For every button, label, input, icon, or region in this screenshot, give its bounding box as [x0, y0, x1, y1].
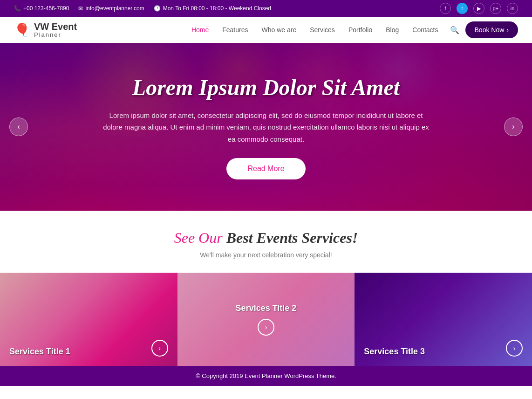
brand-sub: Planner — [34, 32, 77, 38]
clock-icon: 🕐 — [154, 5, 161, 12]
hero-title: Lorem Ipsum Dolor Sit Amet — [101, 75, 431, 100]
services-heading: See Our Best Events Services! — [14, 229, 518, 247]
book-now-button[interactable]: Book Now › — [465, 21, 518, 38]
services-section: See Our Best Events Services! We'll make… — [0, 211, 532, 366]
card1-arrow[interactable]: › — [151, 340, 168, 357]
hours-item: 🕐 Mon To Fri 08:00 - 18:00 - Weekend Clo… — [154, 5, 271, 12]
phone-item: 📞 +00 123-456-7890 — [14, 5, 69, 12]
top-bar-left: 📞 +00 123-456-7890 ✉ info@eventplanner.c… — [14, 5, 271, 12]
card3-arrow[interactable]: › — [506, 340, 523, 357]
service-card-2[interactable]: Services Title 2 › — [177, 273, 355, 366]
search-icon[interactable]: 🔍 — [446, 22, 463, 38]
service-card-3[interactable]: Services Title 3 › — [355, 273, 532, 366]
nav-home[interactable]: Home — [186, 22, 214, 37]
card2-arrow[interactable]: › — [258, 319, 274, 336]
services-subtitle: We'll make your next celebration very sp… — [14, 251, 518, 259]
twitter-icon[interactable]: t — [457, 3, 468, 14]
main-nav: Home Features Who we are Services Portfo… — [186, 21, 518, 38]
email-item: ✉ info@eventplanner.com — [78, 5, 144, 12]
card3-content: Services Title 3 › — [355, 273, 532, 366]
hero-slider: ‹ Lorem Ipsum Dolor Sit Amet Lorem ipsum… — [0, 43, 532, 211]
header: 🎈 VW Event Planner Home Features Who we … — [0, 17, 532, 43]
googleplus-icon[interactable]: g+ — [490, 3, 501, 14]
hero-text: Lorem ipsum dolor sit amet, consectetur … — [101, 110, 431, 145]
card2-content: Services Title 2 › — [177, 273, 355, 366]
youtube-icon[interactable]: ▶ — [473, 3, 484, 14]
card3-title: Services Title 3 — [364, 347, 425, 357]
service-cards: Services Title 1 › Services Title 2 › Se… — [0, 273, 532, 366]
footer-text: © Copyright 2019 Event Planner WordPress… — [196, 372, 336, 379]
linkedin-icon[interactable]: in — [507, 3, 518, 14]
slider-prev-button[interactable]: ‹ — [9, 117, 28, 136]
services-title-part1: See Our — [174, 229, 223, 246]
card2-title: Services Title 2 — [236, 303, 297, 313]
card1-title: Services Title 1 — [9, 347, 70, 357]
slider-next-button[interactable]: › — [504, 117, 523, 136]
hero-content: Lorem Ipsum Dolor Sit Amet Lorem ipsum d… — [91, 75, 441, 180]
phone-number: +00 123-456-7890 — [23, 5, 69, 12]
card1-content: Services Title 1 › — [0, 273, 177, 366]
social-links: f t ▶ g+ in — [440, 3, 518, 14]
nav-who-we-are[interactable]: Who we are — [256, 22, 302, 37]
logo-text: VW Event Planner — [34, 21, 77, 38]
nav-contacts[interactable]: Contacts — [407, 22, 443, 37]
nav-portfolio[interactable]: Portfolio — [343, 22, 378, 37]
brand-name: VW Event — [34, 21, 77, 32]
phone-icon: 📞 — [14, 5, 21, 12]
services-title-part2: Best Events Services! — [223, 229, 358, 246]
read-more-button[interactable]: Read More — [226, 158, 305, 179]
service-card-1[interactable]: Services Title 1 › — [0, 273, 177, 366]
logo-icon: 🎈 — [14, 22, 30, 38]
logo: 🎈 VW Event Planner — [14, 21, 77, 38]
nav-features[interactable]: Features — [217, 22, 253, 37]
arrow-icon: › — [506, 26, 509, 34]
footer: © Copyright 2019 Event Planner WordPress… — [0, 366, 532, 386]
nav-blog[interactable]: Blog — [380, 22, 404, 37]
top-bar: 📞 +00 123-456-7890 ✉ info@eventplanner.c… — [0, 0, 532, 17]
facebook-icon[interactable]: f — [440, 3, 451, 14]
nav-services[interactable]: Services — [304, 22, 341, 37]
email-address: info@eventplanner.com — [85, 5, 144, 12]
email-icon: ✉ — [78, 5, 83, 12]
hours-text: Mon To Fri 08:00 - 18:00 - Weekend Close… — [163, 5, 271, 12]
